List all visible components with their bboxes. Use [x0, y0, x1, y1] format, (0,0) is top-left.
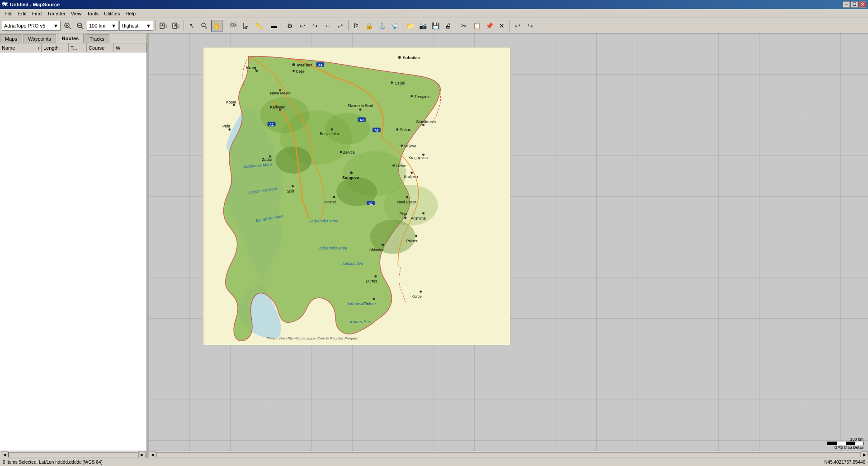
menu-help[interactable]: Help — [123, 10, 138, 17]
svg-point-42 — [233, 104, 235, 106]
title-text: Untitled - MapSource — [7, 2, 843, 7]
detail-arrow: ▼ — [146, 23, 151, 28]
open-button[interactable]: 📁 — [404, 20, 416, 32]
menu-view[interactable]: View — [68, 10, 85, 17]
zoom-out-button[interactable] — [74, 20, 86, 32]
map-scroll-left[interactable]: ◀ — [149, 451, 156, 458]
map-selector[interactable]: AdriaTopo PRO v5 ▼ — [2, 21, 61, 31]
table-header: Name / Length T... Course W — [0, 43, 146, 52]
receive-from-device-button[interactable] — [170, 20, 182, 32]
cut-button[interactable]: ✂ — [458, 20, 470, 32]
zoom-dropdown[interactable]: 100 km ▼ — [87, 21, 118, 31]
delete-button[interactable]: ✕ — [496, 20, 508, 32]
menu-transfer[interactable]: Transfer — [44, 10, 68, 17]
svg-text:Novo Mesto: Novo Mesto — [270, 91, 291, 95]
send-to-device-button[interactable] — [157, 20, 169, 32]
paste-button[interactable]: 📌 — [483, 20, 495, 32]
svg-text:Sarajevo: Sarajevo — [342, 175, 359, 180]
map-scroll-right[interactable]: ▶ — [861, 451, 868, 458]
gps-tool-1[interactable]: 🏳 — [350, 20, 362, 32]
tab-tracks[interactable]: Tracks — [85, 34, 109, 43]
svg-point-86 — [415, 235, 417, 237]
gps-tool-2[interactable]: 🔒 — [363, 20, 375, 32]
menu-utilities[interactable]: Utilities — [101, 10, 123, 17]
route-tool-4[interactable]: ↔ — [322, 20, 334, 32]
app-icon: 🗺 — [2, 1, 7, 8]
gps-detail-label: GPS Map Detail — [834, 445, 863, 450]
svg-text:Korce: Korce — [412, 294, 422, 299]
svg-text:Mostar: Mostar — [324, 200, 336, 204]
menu-find[interactable]: Find — [29, 10, 44, 17]
copy-button[interactable]: 📋 — [471, 20, 482, 32]
close-button[interactable]: ✕ — [859, 1, 866, 8]
svg-point-32 — [292, 63, 295, 66]
svg-text:Prizren: Prizren — [406, 239, 419, 243]
map-area[interactable]: A4 A3 A3 A1 A1 — [149, 33, 868, 458]
svg-point-48 — [410, 95, 413, 97]
undo-button[interactable]: ↩ — [512, 20, 524, 32]
svg-text:Uzice: Uzice — [396, 164, 406, 168]
pan-tool[interactable]: ✋ — [211, 20, 223, 32]
route-tool-5[interactable]: ⇄ — [335, 20, 346, 32]
svg-text:Koper: Koper — [226, 100, 236, 104]
map-canvas[interactable]: A4 A3 A3 A1 A1 — [203, 47, 510, 345]
separator-3 — [225, 20, 225, 31]
zoom-value: 100 km — [89, 23, 110, 28]
svg-line-12 — [205, 26, 207, 28]
scale-label: 100 km — [850, 437, 863, 442]
redo-button[interactable]: ↪ — [524, 20, 536, 32]
restore-button[interactable]: ❐ — [851, 1, 858, 8]
svg-text:Please Visit Http://Cgpsmapper: Please Visit Http://Cgpsmapper.Com to Re… — [267, 336, 359, 340]
tab-waypoints[interactable]: Waypoints — [23, 34, 56, 43]
svg-point-80 — [404, 217, 406, 219]
route-tool-3[interactable]: ↪ — [309, 20, 321, 32]
menu-tools[interactable]: Tools — [84, 10, 101, 17]
map-svg: A4 A3 A3 A1 A1 — [203, 47, 510, 345]
scroll-right[interactable]: ▶ — [138, 451, 146, 458]
svg-point-19 — [276, 146, 312, 174]
col-t[interactable]: T... — [69, 43, 87, 52]
scroll-left[interactable]: ◀ — [1, 451, 8, 458]
col-course[interactable]: Course — [87, 43, 114, 52]
gps-tool-4[interactable]: 📡 — [388, 20, 400, 32]
minimize-button[interactable]: ─ — [843, 1, 850, 8]
content: Maps Waypoints Routes Tracks Name / Leng… — [0, 33, 868, 458]
arrow-tool[interactable]: ↖ — [186, 20, 198, 32]
svg-point-58 — [422, 124, 425, 126]
svg-point-82 — [422, 212, 425, 214]
tab-maps[interactable]: Maps — [0, 34, 22, 43]
svg-point-84 — [382, 244, 384, 246]
gps-tool-3[interactable]: ⚓ — [376, 20, 387, 32]
svg-text:Smederevo: Smederevo — [416, 119, 436, 124]
map-hscrollbar[interactable]: ◀ ▶ — [149, 451, 868, 458]
camera-button[interactable]: 📷 — [417, 20, 429, 32]
svg-line-5 — [81, 27, 83, 29]
horizontal-scrollbar[interactable]: ◀ ▶ — [0, 451, 146, 458]
new-waypoint-button[interactable]: 🏁 — [227, 20, 239, 32]
measure-tool[interactable]: 📏 — [252, 20, 264, 32]
find-button[interactable] — [198, 20, 210, 32]
tab-routes[interactable]: Routes — [57, 34, 84, 43]
map-scroll-track[interactable] — [156, 452, 861, 457]
col-length[interactable]: Length — [42, 43, 69, 52]
route-tool-2[interactable]: ↩ — [297, 20, 308, 32]
print-button[interactable]: 🖨 — [442, 20, 454, 32]
select-tool[interactable] — [240, 20, 251, 32]
svg-text:Kragujevac: Kragujevac — [409, 155, 428, 160]
svg-text:Adriatic Sea: Adriatic Sea — [342, 261, 363, 266]
route-tool-1[interactable]: ⚙ — [284, 20, 296, 32]
svg-text:A3: A3 — [374, 129, 378, 132]
barcode-button[interactable]: ▬ — [268, 20, 280, 32]
menu-edit[interactable]: Edit — [15, 10, 29, 17]
menu-file[interactable]: File — [2, 10, 15, 17]
save-button[interactable]: 💾 — [429, 20, 441, 32]
col-name[interactable]: Name — [0, 43, 36, 52]
col-w[interactable]: W — [114, 43, 146, 52]
svg-point-64 — [401, 145, 403, 147]
zoom-arrow: ▼ — [111, 23, 116, 28]
zoom-in-button[interactable] — [61, 20, 73, 32]
scroll-track[interactable] — [8, 452, 138, 457]
separator-4 — [266, 20, 266, 31]
svg-text:Valjevo: Valjevo — [404, 144, 416, 148]
detail-dropdown[interactable]: Highest ▼ — [119, 21, 153, 31]
